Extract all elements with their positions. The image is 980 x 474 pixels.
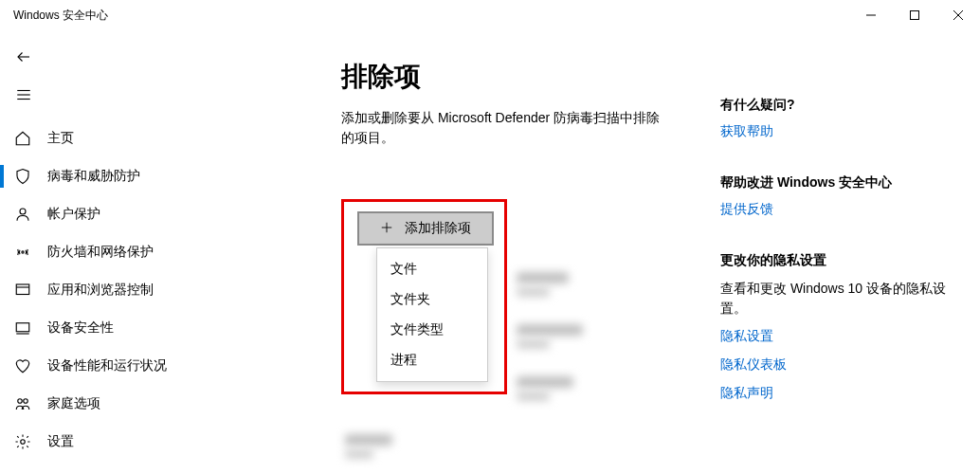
- sidebar-item-appbrowser[interactable]: 应用和浏览器控制: [0, 271, 303, 309]
- sidebar-item-account[interactable]: 帐户保护: [0, 195, 303, 233]
- svg-point-16: [21, 440, 26, 445]
- get-help-link[interactable]: 获取帮助: [720, 123, 957, 140]
- add-exclusion-label: 添加排除项: [405, 220, 471, 237]
- window-controls: [849, 0, 980, 30]
- dropdown-item-folder[interactable]: 文件夹: [377, 284, 487, 315]
- app-icon: [13, 281, 32, 300]
- sidebar-item-label: 病毒和威胁防护: [47, 168, 140, 185]
- obscured-item: [517, 339, 550, 349]
- plus-icon: [380, 221, 393, 237]
- sidebar: 主页 病毒和威胁防护 帐户保护 防火墙和网络保护: [0, 30, 303, 474]
- dropdown-item-process[interactable]: 进程: [377, 345, 487, 375]
- sidebar-item-settings[interactable]: 设置: [0, 423, 303, 461]
- sidebar-item-label: 防火墙和网络保护: [47, 244, 154, 261]
- person-icon: [13, 205, 32, 224]
- feedback-group: 帮助改进 Windows 安全中心 提供反馈: [720, 174, 957, 218]
- sidebar-item-family[interactable]: 家庭选项: [0, 385, 303, 423]
- obscured-item: [517, 272, 569, 283]
- nav-list: 主页 病毒和威胁防护 帐户保护 防火墙和网络保护: [0, 119, 303, 461]
- sidebar-item-device-security[interactable]: 设备安全性: [0, 309, 303, 347]
- feedback-link[interactable]: 提供反馈: [720, 201, 957, 218]
- sidebar-item-device-health[interactable]: 设备性能和运行状况: [0, 347, 303, 385]
- page-description: 添加或删除要从 Microsoft Defender 防病毒扫描中排除的项目。: [341, 108, 673, 148]
- maximize-button[interactable]: [893, 0, 936, 30]
- feedback-heading: 帮助改进 Windows 安全中心: [720, 174, 957, 191]
- privacy-group: 更改你的隐私设置 查看和更改 Windows 10 设备的隐私设置。 隐私设置 …: [720, 252, 957, 402]
- sidebar-item-label: 设备性能和运行状况: [47, 357, 167, 374]
- privacy-heading: 更改你的隐私设置: [720, 252, 957, 269]
- svg-point-14: [18, 399, 23, 404]
- minimize-button[interactable]: [849, 0, 893, 30]
- window-title: Windows 安全中心: [13, 8, 108, 24]
- obscured-item: [517, 287, 550, 297]
- titlebar: Windows 安全中心: [0, 0, 980, 30]
- obscured-item: [345, 449, 373, 459]
- sidebar-item-label: 应用和浏览器控制: [47, 282, 154, 299]
- sidebar-item-virus[interactable]: 病毒和威胁防护: [0, 157, 303, 195]
- dropdown-item-file[interactable]: 文件: [377, 254, 487, 284]
- privacy-settings-link[interactable]: 隐私设置: [720, 328, 957, 345]
- svg-rect-12: [16, 323, 29, 332]
- obscured-item: [517, 324, 583, 336]
- svg-point-15: [24, 399, 28, 404]
- gear-icon: [13, 432, 32, 451]
- device-icon: [13, 319, 32, 337]
- exclusion-type-dropdown: 文件 文件夹 文件类型 进程: [376, 247, 488, 382]
- page-title: 排除项: [341, 59, 682, 95]
- side-column: 有什么疑问? 获取帮助 帮助改进 Windows 安全中心 提供反馈 更改你的隐…: [720, 59, 957, 474]
- content-area: 排除项 添加或删除要从 Microsoft Defender 防病毒扫描中排除的…: [303, 30, 980, 474]
- wifi-icon: [13, 243, 32, 262]
- highlight-box: 添加排除项 文件 文件夹 文件类型 进程: [341, 199, 507, 394]
- sidebar-item-label: 家庭选项: [47, 395, 100, 412]
- help-heading: 有什么疑问?: [720, 97, 957, 114]
- obscured-item: [345, 434, 392, 446]
- main-column: 排除项 添加或删除要从 Microsoft Defender 防病毒扫描中排除的…: [341, 59, 682, 474]
- privacy-text: 查看和更改 Windows 10 设备的隐私设置。: [720, 279, 957, 319]
- obscured-item: [517, 376, 573, 388]
- svg-point-9: [22, 251, 24, 253]
- obscured-item: [517, 392, 550, 401]
- shield-icon: [13, 167, 32, 186]
- privacy-statement-link[interactable]: 隐私声明: [720, 385, 957, 402]
- sidebar-item-label: 主页: [47, 130, 74, 147]
- privacy-dashboard-link[interactable]: 隐私仪表板: [720, 356, 957, 374]
- svg-point-8: [20, 209, 26, 214]
- heart-icon: [13, 356, 32, 375]
- hamburger-button[interactable]: [0, 76, 303, 114]
- back-button[interactable]: [0, 38, 303, 76]
- sidebar-item-label: 设置: [47, 433, 74, 450]
- close-button[interactable]: [936, 0, 980, 30]
- svg-rect-10: [16, 284, 29, 295]
- help-group: 有什么疑问? 获取帮助: [720, 97, 957, 140]
- home-icon: [13, 129, 32, 148]
- dropdown-item-filetype[interactable]: 文件类型: [377, 315, 487, 345]
- sidebar-item-firewall[interactable]: 防火墙和网络保护: [0, 233, 303, 271]
- add-exclusion-button[interactable]: 添加排除项: [357, 211, 494, 246]
- family-icon: [13, 394, 32, 413]
- sidebar-item-label: 帐户保护: [47, 206, 100, 223]
- sidebar-item-label: 设备安全性: [47, 319, 114, 337]
- svg-rect-1: [911, 11, 919, 20]
- sidebar-item-home[interactable]: 主页: [0, 119, 303, 157]
